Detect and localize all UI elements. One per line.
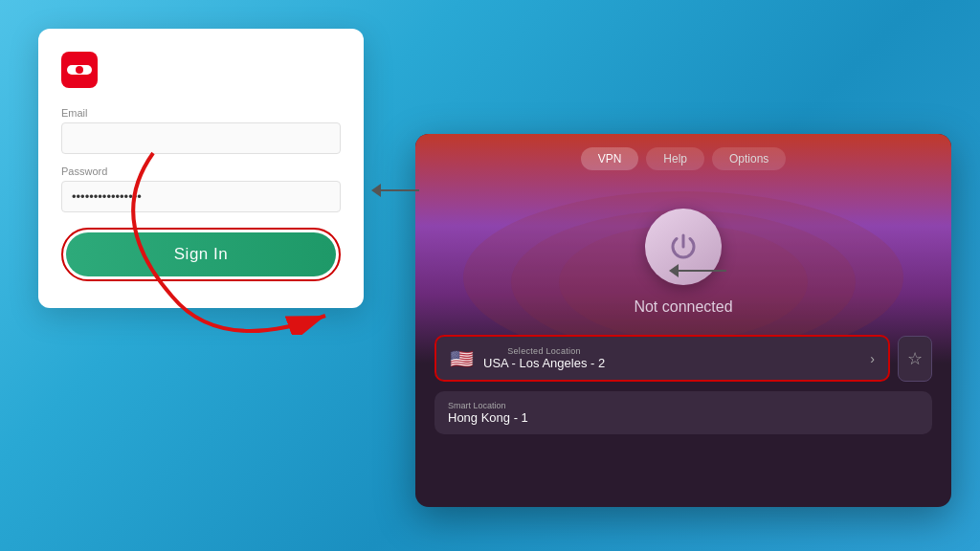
left-arrow-indicator [371,184,419,197]
location-row: 🇺🇸 Selected Location USA - Los Angeles -… [434,335,932,382]
selected-location-button[interactable]: 🇺🇸 Selected Location USA - Los Angeles -… [434,335,890,382]
chevron-right-icon: › [870,351,875,366]
email-label: Email [61,107,341,119]
power-button-area [415,209,951,285]
login-panel: Email Password Sign In [38,29,364,308]
power-icon [666,230,701,264]
tab-help[interactable]: Help [646,147,704,170]
arrow-left-head-icon [371,184,381,197]
not-connected-status: Not connected [415,298,951,316]
tab-vpn[interactable]: VPN [581,147,639,170]
tab-options[interactable]: Options [712,147,786,170]
password-label: Password [61,165,341,177]
location-info: Selected Location USA - Los Angeles - 2 [483,346,605,370]
arrow-left-line [381,189,419,191]
vpn-panel: VPN Help Options Not connected 🇺🇸 Select… [415,134,951,507]
smart-location-label: Smart Location [448,401,919,410]
star-icon: ☆ [907,348,923,369]
location-left: 🇺🇸 Selected Location USA - Los Angeles -… [450,346,605,370]
password-input[interactable] [61,181,341,212]
sign-in-wrapper: Sign In [61,228,341,281]
password-field-group: Password [61,165,341,212]
sign-in-button[interactable]: Sign In [66,232,336,276]
power-button[interactable] [645,209,722,285]
smart-location-area: Smart Location Hong Kong - 1 [434,391,932,434]
usa-flag-icon: 🇺🇸 [450,347,474,370]
favorite-button[interactable]: ☆ [898,336,932,382]
logo-area [61,52,341,88]
smart-location-name: Hong Kong - 1 [448,410,919,425]
expressvpn-logo [61,52,98,88]
selected-location-name: USA - Los Angeles - 2 [483,356,605,370]
vpn-topbar: VPN Help Options [415,134,951,180]
email-field-group: Email [61,107,341,154]
email-input[interactable] [61,122,341,154]
selected-location-label: Selected Location [483,346,605,356]
